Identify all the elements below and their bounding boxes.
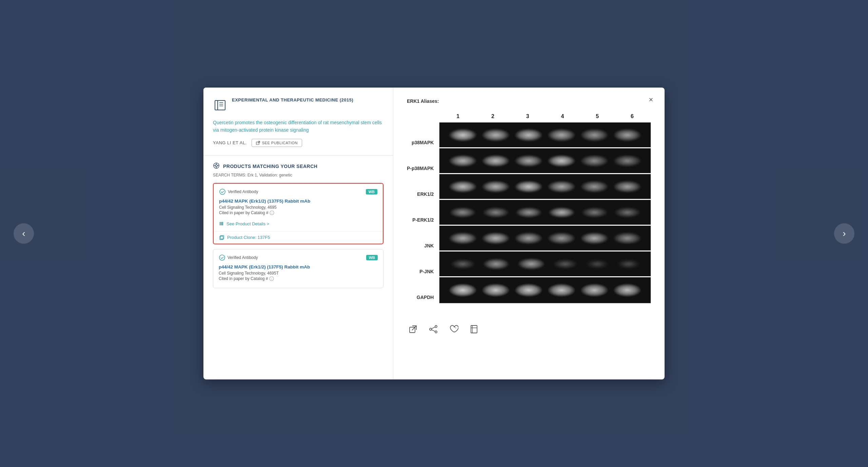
product-cite-2: Cited in paper by Catalog # i bbox=[219, 276, 378, 281]
wb-badge-2: WB bbox=[366, 255, 378, 260]
svg-point-22 bbox=[219, 255, 225, 260]
pub-authors: YANG LI Et Al. bbox=[213, 140, 247, 145]
product-clone-text-1: Product Clone: 137F5 bbox=[227, 235, 270, 240]
blot-container: p38MAPK P-p38MAPK ERK1/2 P-ERK1/2 JNK P-… bbox=[407, 113, 651, 310]
action-icons bbox=[407, 320, 651, 335]
col-header-5: 5 bbox=[586, 113, 609, 119]
svg-line-31 bbox=[432, 330, 435, 332]
heart-icon bbox=[449, 324, 458, 334]
external-link-icon bbox=[256, 141, 260, 145]
blot-row-4 bbox=[439, 200, 651, 226]
svg-rect-33 bbox=[471, 325, 477, 333]
products-header-icon bbox=[213, 162, 220, 171]
left-panel: EXPERIMENTAL AND THERAPEUTIC MEDICINE (2… bbox=[203, 88, 393, 379]
svg-line-30 bbox=[432, 327, 435, 329]
svg-text:i: i bbox=[271, 277, 272, 281]
svg-point-28 bbox=[435, 331, 437, 333]
svg-rect-0 bbox=[215, 100, 225, 110]
right-panel: × ERK1 Aliases: p38MAPK P-p38MAPK ERK1/2… bbox=[393, 88, 665, 379]
prev-arrow[interactable]: ‹ bbox=[14, 223, 34, 244]
right-arrow-icon: › bbox=[843, 228, 846, 239]
blot-label-pjnk: P-JNK bbox=[407, 259, 434, 284]
col-header-4: 4 bbox=[551, 113, 574, 119]
product-vendor-1: Cell Signaling Technology, 4695 bbox=[219, 205, 377, 210]
product-name-2: p44/42 MAPK (Erk1/2) (137F5) Rabbit mAb bbox=[219, 264, 378, 269]
blot-label-jnk: JNK bbox=[407, 233, 434, 259]
col-header-6: 6 bbox=[620, 113, 644, 119]
see-publication-label: SEE PUBLICATION bbox=[262, 141, 298, 145]
close-button[interactable]: × bbox=[646, 94, 656, 105]
main-modal: EXPERIMENTAL AND THERAPEUTIC MEDICINE (2… bbox=[203, 88, 665, 379]
search-terms-label: SEARCH TERMS: bbox=[213, 173, 246, 178]
product-vendor-2: Cell Signaling Technology, 4695T bbox=[219, 271, 378, 276]
book-icon bbox=[213, 98, 227, 114]
external-link-action[interactable] bbox=[407, 323, 419, 335]
cited-label-1: Cited in paper by Catalog # bbox=[219, 210, 268, 215]
svg-rect-19 bbox=[222, 222, 223, 225]
verified-label-2: Verified Antibody bbox=[228, 255, 258, 260]
col-header-2: 2 bbox=[481, 113, 505, 119]
next-arrow[interactable]: › bbox=[834, 223, 854, 244]
blot-row-2 bbox=[439, 148, 651, 174]
search-terms-value: Erk 1, Validation: genetic bbox=[248, 173, 292, 178]
blot-image-area: 1 2 3 4 5 6 bbox=[439, 113, 651, 310]
info-icon-2: i bbox=[269, 276, 274, 281]
products-heading: PRODUCTS MATCHING YOUR SEARCH bbox=[223, 164, 317, 169]
product-card-2: Verified Antibody WB p44/42 MAPK (Erk1/2… bbox=[213, 249, 383, 288]
svg-line-32 bbox=[455, 328, 456, 328]
blot-row-6 bbox=[439, 251, 651, 277]
svg-point-8 bbox=[215, 165, 217, 167]
col-header-1: 1 bbox=[446, 113, 470, 119]
barcode-icon bbox=[219, 221, 224, 226]
blot-label-p38mapk: p38MAPK bbox=[407, 130, 434, 155]
blot-labels: p38MAPK P-p38MAPK ERK1/2 P-ERK1/2 JNK P-… bbox=[407, 113, 439, 310]
blot-row-3 bbox=[439, 174, 651, 200]
svg-rect-18 bbox=[221, 222, 222, 225]
bookmark-action[interactable] bbox=[468, 323, 480, 335]
product-card-footer-1: Product Clone: 137F5 bbox=[214, 231, 383, 244]
left-arrow-icon: ‹ bbox=[22, 228, 25, 239]
svg-line-26 bbox=[412, 326, 416, 330]
svg-point-27 bbox=[435, 325, 437, 328]
svg-point-29 bbox=[430, 328, 432, 330]
blot-rows bbox=[439, 122, 651, 303]
info-icon-1: i bbox=[270, 210, 274, 215]
products-section: PRODUCTS MATCHING YOUR SEARCH SEARCH TER… bbox=[203, 155, 393, 379]
svg-point-13 bbox=[220, 189, 225, 194]
verified-icon-1 bbox=[219, 188, 226, 195]
verified-icon-2 bbox=[219, 254, 225, 261]
product-details-link-1[interactable]: See Product Details > bbox=[219, 219, 377, 228]
search-terms: SEARCH TERMS: Erk 1, Validation: genetic bbox=[213, 173, 383, 178]
blot-row-1 bbox=[439, 123, 651, 148]
col-header-3: 3 bbox=[516, 113, 539, 119]
blot-label-gapdh: GAPDH bbox=[407, 284, 434, 310]
svg-rect-17 bbox=[221, 222, 221, 225]
blot-label-perk12: P-ERK1/2 bbox=[407, 207, 434, 233]
blot-label-erk12: ERK1/2 bbox=[407, 181, 434, 207]
favorite-action[interactable] bbox=[448, 323, 460, 335]
pub-journal: EXPERIMENTAL AND THERAPEUTIC MEDICINE (2… bbox=[232, 97, 353, 103]
pub-article-title: Quercetin promotes the osteogenic differ… bbox=[213, 119, 383, 134]
see-publication-button[interactable]: SEE PUBLICATION bbox=[252, 139, 302, 147]
bookmark-icon bbox=[469, 324, 479, 334]
details-link-text-1: See Product Details > bbox=[226, 221, 269, 226]
blot-row-5 bbox=[439, 226, 651, 251]
blot-label-pp38mapk: P-p38MAPK bbox=[407, 155, 434, 181]
erk1-aliases-label: ERK1 Aliases: bbox=[407, 98, 651, 104]
share-action[interactable] bbox=[427, 323, 439, 335]
svg-rect-16 bbox=[220, 222, 220, 225]
product-name-1: p44/42 MAPK (Erk1/2) (137F5) Rabbit mAb bbox=[219, 199, 377, 204]
product-card-1: Verified Antibody WB p44/42 MAPK (Erk1/2… bbox=[213, 183, 383, 244]
share-icon bbox=[429, 324, 438, 334]
external-link-icon bbox=[408, 324, 418, 334]
verified-badge-1: Verified Antibody bbox=[219, 188, 258, 195]
publication-card: EXPERIMENTAL AND THERAPEUTIC MEDICINE (2… bbox=[203, 88, 393, 155]
verified-label-1: Verified Antibody bbox=[228, 189, 258, 194]
svg-text:i: i bbox=[272, 211, 272, 215]
blot-row-7 bbox=[439, 277, 651, 303]
clone-icon bbox=[219, 235, 224, 240]
product-cite-1: Cited in paper by Catalog # i bbox=[219, 210, 377, 215]
cited-label-2: Cited in paper by Catalog # bbox=[219, 276, 268, 281]
wb-badge-1: WB bbox=[366, 189, 377, 194]
verified-badge-2: Verified Antibody bbox=[219, 254, 258, 261]
